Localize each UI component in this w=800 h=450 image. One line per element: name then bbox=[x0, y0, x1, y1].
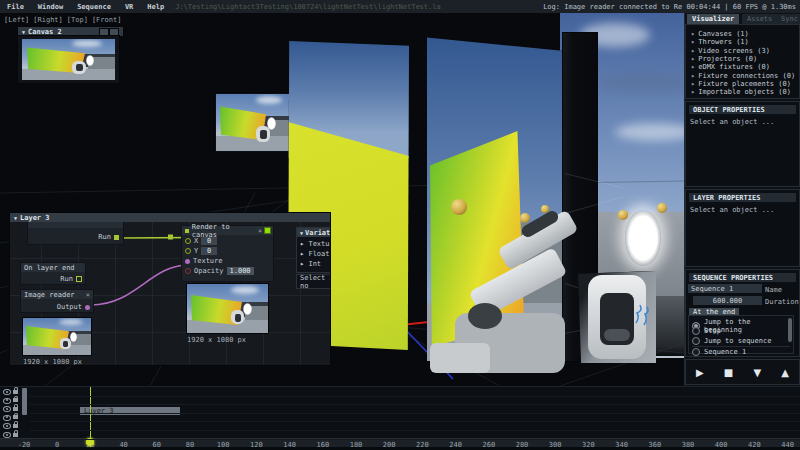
outliner-item[interactable]: ▸Throwers (1) bbox=[691, 38, 749, 46]
node-editor-titlebar[interactable]: ▼ Layer 3 bbox=[10, 213, 330, 222]
expand-arrow-icon[interactable]: ▸ bbox=[691, 88, 695, 96]
visibility-eye-icon[interactable] bbox=[3, 406, 11, 412]
port-square-icon[interactable] bbox=[76, 276, 82, 282]
video-screen-closeup[interactable] bbox=[578, 271, 656, 363]
variables-item-float[interactable]: ▸ Float bbox=[300, 250, 330, 258]
play-button[interactable]: ▶ bbox=[696, 367, 704, 378]
y-input-row[interactable]: Y 0 bbox=[185, 247, 217, 255]
view-front-button[interactable]: [Front] bbox=[92, 16, 122, 24]
view-top-button[interactable]: [Top] bbox=[67, 16, 88, 24]
view-left-button[interactable]: [Left] bbox=[4, 16, 29, 24]
variables-item-texture[interactable]: ▸ Textur bbox=[300, 240, 330, 248]
lock-icon[interactable] bbox=[13, 415, 18, 419]
lock-icon[interactable] bbox=[13, 433, 18, 437]
collapse-icon[interactable]: ▼ bbox=[22, 29, 25, 35]
stop-button[interactable]: ■ bbox=[724, 367, 733, 378]
next-sequence-button[interactable]: ▲ bbox=[781, 367, 789, 378]
sphere bbox=[520, 213, 530, 223]
tab-assets[interactable]: Assets bbox=[742, 14, 777, 24]
y-value-field[interactable]: 0 bbox=[201, 247, 217, 255]
expand-arrow-icon[interactable]: ▸ bbox=[691, 47, 695, 55]
expand-arrow-icon[interactable]: ▸ bbox=[691, 72, 695, 80]
outliner-item[interactable]: ▸Fixture connections (0) bbox=[691, 72, 795, 80]
x-value-field[interactable]: 0 bbox=[201, 237, 217, 245]
layer-clip[interactable]: Layer 3 bbox=[80, 407, 180, 415]
visibility-eye-icon[interactable] bbox=[3, 389, 11, 395]
expand-arrow-icon[interactable]: ▸ bbox=[691, 38, 695, 46]
port-label: Run bbox=[98, 233, 111, 241]
port-circle-icon[interactable] bbox=[185, 268, 191, 274]
port-circle-icon[interactable] bbox=[185, 248, 191, 254]
radio-icon[interactable] bbox=[692, 337, 700, 345]
close-icon[interactable]: × bbox=[86, 291, 90, 299]
menu-sequence[interactable]: Sequence bbox=[70, 3, 118, 11]
lock-icon[interactable] bbox=[13, 424, 18, 428]
radio-icon[interactable] bbox=[692, 348, 700, 356]
port-circle-icon[interactable] bbox=[85, 305, 90, 310]
texture-input-row[interactable]: Texture bbox=[185, 257, 223, 265]
x-input-row[interactable]: X 0 bbox=[185, 237, 217, 245]
variables-item-int[interactable]: ▸ Int bbox=[300, 260, 321, 268]
end-option-radio[interactable]: Jump to sequence bbox=[692, 337, 790, 345]
run-input-port-icon[interactable] bbox=[265, 228, 270, 233]
collapse-icon[interactable]: ▼ bbox=[300, 230, 303, 236]
opacity-input-row[interactable]: Opacity 1.000 bbox=[185, 267, 254, 275]
lock-icon[interactable] bbox=[13, 407, 18, 411]
outliner-item[interactable]: ▸Fixture placements (0) bbox=[691, 80, 791, 88]
end-option-radio[interactable]: Stop bbox=[692, 327, 790, 335]
tab-visualizer[interactable]: Visualizer bbox=[687, 14, 739, 24]
visibility-eye-icon[interactable] bbox=[3, 432, 11, 438]
lock-icon[interactable] bbox=[13, 390, 18, 394]
tab-sync[interactable]: Sync bbox=[776, 14, 800, 24]
canvas-window-button[interactable] bbox=[110, 29, 118, 35]
view-right-button[interactable]: [Right] bbox=[33, 16, 63, 24]
expand-arrow-icon[interactable]: ▸ bbox=[691, 80, 695, 88]
node-editor-window[interactable]: Run On layer end Run Image reader × Outp… bbox=[10, 213, 330, 365]
node-title: On layer end bbox=[24, 264, 75, 272]
run-output-port[interactable]: Run bbox=[60, 275, 82, 283]
visibility-eye-icon[interactable] bbox=[3, 398, 11, 404]
variables-header[interactable]: ▼ Variat bbox=[297, 228, 330, 237]
port-circle-icon[interactable] bbox=[185, 238, 191, 244]
end-option-radio[interactable]: Sequence 1 bbox=[692, 346, 790, 356]
duration-label: Duration [s bbox=[765, 298, 800, 306]
port-circle-icon[interactable] bbox=[185, 259, 190, 264]
visibility-eye-icon[interactable] bbox=[3, 415, 11, 421]
menu-window[interactable]: Window bbox=[31, 3, 70, 11]
expand-arrow-icon[interactable]: ▸ bbox=[691, 63, 695, 71]
expand-arrow-icon[interactable]: ▸ bbox=[691, 55, 695, 63]
radio-icon[interactable] bbox=[692, 327, 700, 335]
menu-help[interactable]: Help bbox=[140, 3, 171, 11]
menu-vr[interactable]: VR bbox=[118, 3, 140, 11]
outliner-item[interactable]: ▸Projectors (0) bbox=[691, 55, 757, 63]
outliner-item[interactable]: ▸Canvases (1) bbox=[691, 30, 749, 38]
collapse-icon[interactable]: ▼ bbox=[14, 215, 17, 221]
node-run[interactable]: Run bbox=[28, 222, 123, 244]
outliner-item[interactable]: ▸Importable objects (0) bbox=[691, 88, 791, 96]
outliner-item[interactable]: ▸eDMX fixtures (0) bbox=[691, 63, 770, 71]
visibility-eye-icon[interactable] bbox=[3, 423, 11, 429]
run-output-port[interactable]: Run bbox=[98, 233, 119, 241]
node-on-layer-end[interactable]: On layer end Run bbox=[21, 263, 85, 284]
close-icon[interactable]: × bbox=[258, 227, 262, 235]
node-render-to-canvas[interactable]: Render to canvas × X 0 Y 0 Texture Opaci… bbox=[182, 226, 273, 281]
sequence-name-input[interactable]: Sequence 1 bbox=[688, 284, 762, 293]
video-screen-small[interactable] bbox=[215, 93, 290, 152]
lock-icon[interactable] bbox=[13, 398, 18, 402]
node-image-reader[interactable]: Image reader × Output bbox=[21, 290, 93, 312]
canvas-window-button[interactable] bbox=[100, 29, 108, 35]
outliner-item[interactable]: ▸Video screens (3) bbox=[691, 47, 770, 55]
opacity-value-field[interactable]: 1.000 bbox=[227, 267, 254, 275]
node-title: Image reader bbox=[24, 291, 75, 299]
port-square-icon[interactable] bbox=[114, 235, 119, 240]
at-the-end-tab[interactable]: At the end bbox=[689, 308, 739, 316]
prev-sequence-button[interactable]: ▼ bbox=[753, 367, 761, 378]
output-port[interactable]: Output bbox=[57, 303, 90, 311]
duration-input[interactable]: 600.000 bbox=[693, 296, 762, 305]
track-header bbox=[0, 404, 30, 413]
expand-arrow-icon[interactable]: ▸ bbox=[691, 30, 695, 38]
canvas-preview[interactable] bbox=[22, 39, 115, 80]
menu-file[interactable]: File bbox=[0, 3, 31, 11]
name-label: Name bbox=[765, 286, 782, 294]
node-enable-icon[interactable] bbox=[185, 229, 189, 233]
